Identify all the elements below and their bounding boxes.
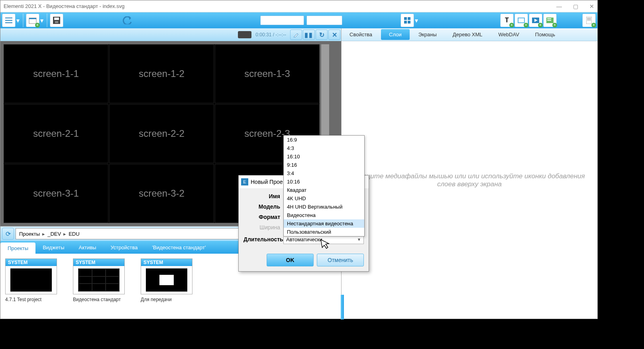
bc-item[interactable]: _DEV <box>47 231 61 237</box>
tab-devices[interactable]: Устройства <box>103 241 145 254</box>
menu-button[interactable] <box>2 14 16 27</box>
tab-screens[interactable]: Экраны <box>410 28 445 41</box>
width-label: Ширина <box>243 224 283 231</box>
tab-assets[interactable]: Активы <box>71 241 103 254</box>
ok-button[interactable]: OK <box>267 254 314 266</box>
refresh-button[interactable]: ⟳ <box>2 228 14 240</box>
svg-rect-16 <box>547 18 551 19</box>
chevron-down-icon: ▼ <box>357 237 361 242</box>
add-video-button[interactable]: + <box>529 14 542 27</box>
close-icon[interactable]: ✕ <box>589 0 594 12</box>
bc-item[interactable]: Проекты <box>19 231 40 237</box>
dropdown-item[interactable]: Квадрат <box>284 186 364 194</box>
svg-rect-9 <box>408 17 410 20</box>
layers-empty-hint: …ащите медиафайлы мышью или ​или использ… <box>342 41 597 319</box>
svg-rect-20 <box>587 20 591 20</box>
dropdown-item[interactable]: 9:16 <box>284 161 364 169</box>
dropdown-item[interactable]: 4H UHD Вертикальный <box>284 203 364 211</box>
dropdown-item-highlighted[interactable]: Нестандартная видеостена <box>284 219 364 228</box>
add-text-button[interactable]: T+ <box>500 14 514 27</box>
project-item[interactable]: SYSTEM Видеостена стандарт <box>73 258 125 314</box>
dropdown-item[interactable]: 16:9 <box>284 136 364 144</box>
cancel-button[interactable]: Отменить <box>317 254 364 266</box>
dropdown-item[interactable]: 4K UHD <box>284 194 364 203</box>
duration-label: Длительность <box>243 236 283 243</box>
dropdown-item[interactable]: 3:4 <box>284 169 364 177</box>
edit-button[interactable] <box>290 30 302 40</box>
app-window: Elementi 2021 X - Видеостена стандарт - … <box>0 0 598 319</box>
tab-layers[interactable]: Слои <box>381 29 410 40</box>
titlebar-text: Elementi 2021 X - Видеостена стандарт - … <box>4 0 124 12</box>
new-dropdown-arrow[interactable]: ▾ <box>40 17 44 24</box>
svg-rect-8 <box>404 17 407 20</box>
window-buttons: — ▢ ✕ <box>556 0 594 12</box>
svg-rect-7 <box>55 21 58 23</box>
svg-rect-0 <box>5 18 12 18</box>
add-image-button[interactable]: + <box>514 14 528 27</box>
screen-3-2[interactable]: screen-3-2 <box>109 164 214 223</box>
screen-3-1[interactable]: screen-3-1 <box>4 164 108 223</box>
svg-rect-18 <box>586 17 592 24</box>
app-icon: E <box>241 178 248 185</box>
battery-icon <box>238 31 251 38</box>
tab-webdav[interactable]: WebDAV <box>491 28 527 41</box>
project-item[interactable]: SYSTEM 4.7.1 Test project <box>5 258 57 314</box>
menu-dropdown-arrow[interactable]: ▾ <box>16 17 20 24</box>
add-playlist-button[interactable]: + <box>543 14 557 27</box>
dialog-title: Новый Прое <box>251 179 283 185</box>
format-label: Формат <box>243 214 283 220</box>
dropdown-item[interactable]: Пользовательский <box>284 228 364 236</box>
tab-widgets[interactable]: Виджеты <box>35 241 71 254</box>
vertical-divider[interactable] <box>341 295 344 319</box>
dropdown-item[interactable]: 4:3 <box>284 144 364 152</box>
project-item[interactable]: SYSTEM Для передачи <box>141 258 192 314</box>
preview-toolbar: 0:00:31 / -:--:-- ▮▮ ↻ ✕ <box>0 28 341 41</box>
screen-1-1[interactable]: screen-1-1 <box>4 44 108 103</box>
undo-button[interactable] <box>121 14 134 27</box>
name-label: Имя <box>243 193 283 199</box>
tab-xml-tree[interactable]: Дерево XML <box>445 28 491 41</box>
minimize-icon[interactable]: — <box>556 0 562 12</box>
dropdown-item[interactable]: 10:16 <box>284 177 364 186</box>
screen-2-2[interactable]: screen-2-2 <box>109 104 214 163</box>
screen-1-3[interactable]: screen-1-3 <box>215 44 320 103</box>
svg-rect-4 <box>29 18 36 19</box>
right-pane: Свойства Слои Экраны Дерево XML WebDAV П… <box>341 28 597 319</box>
main-toolbar: ▾ + ▾ ▾ T+ + + + + <box>0 12 597 28</box>
tab-help[interactable]: Помощь <box>527 28 563 41</box>
new-project-button[interactable]: + <box>26 14 39 27</box>
tab-projects[interactable]: Проекты <box>0 243 35 254</box>
add-document-button[interactable]: + <box>582 14 596 27</box>
pause-button[interactable]: ▮▮ <box>303 30 315 40</box>
svg-rect-1 <box>5 20 12 21</box>
maximize-icon[interactable]: ▢ <box>573 0 578 12</box>
svg-rect-17 <box>547 20 551 21</box>
screen-2-1[interactable]: screen-2-1 <box>4 104 108 163</box>
tab-videowall[interactable]: 'Видеостена стандарт' <box>145 241 213 254</box>
bc-item[interactable]: EDU <box>69 231 79 237</box>
grid-dropdown-arrow[interactable]: ▾ <box>415 17 419 24</box>
svg-rect-13 <box>518 18 524 22</box>
model-label: Модель <box>243 203 283 210</box>
dropdown-item[interactable]: Видеостена <box>284 211 364 219</box>
dropdown-item[interactable]: 16:10 <box>284 152 364 161</box>
svg-rect-19 <box>587 18 591 19</box>
svg-rect-2 <box>5 22 12 23</box>
preview-time: 0:00:31 / -:--:-- <box>255 32 286 37</box>
reload-button[interactable]: ↻ <box>316 30 328 40</box>
close-preview-button[interactable]: ✕ <box>328 30 340 40</box>
toolbar-combo-1[interactable] <box>260 16 304 25</box>
svg-rect-6 <box>54 18 59 20</box>
save-button[interactable] <box>50 14 63 27</box>
format-dropdown: 16:9 4:3 16:10 9:16 3:4 10:16 Квадрат 4K… <box>283 135 365 237</box>
toolbar-combo-2[interactable] <box>306 16 342 25</box>
titlebar: Elementi 2021 X - Видеостена стандарт - … <box>0 0 597 12</box>
right-tabs: Свойства Слои Экраны Дерево XML WebDAV П… <box>342 28 597 41</box>
tab-properties[interactable]: Свойства <box>342 28 380 41</box>
svg-rect-10 <box>404 21 407 24</box>
svg-rect-11 <box>408 21 410 24</box>
grid-view-button[interactable] <box>401 14 414 27</box>
screen-1-2[interactable]: screen-1-2 <box>109 44 214 103</box>
